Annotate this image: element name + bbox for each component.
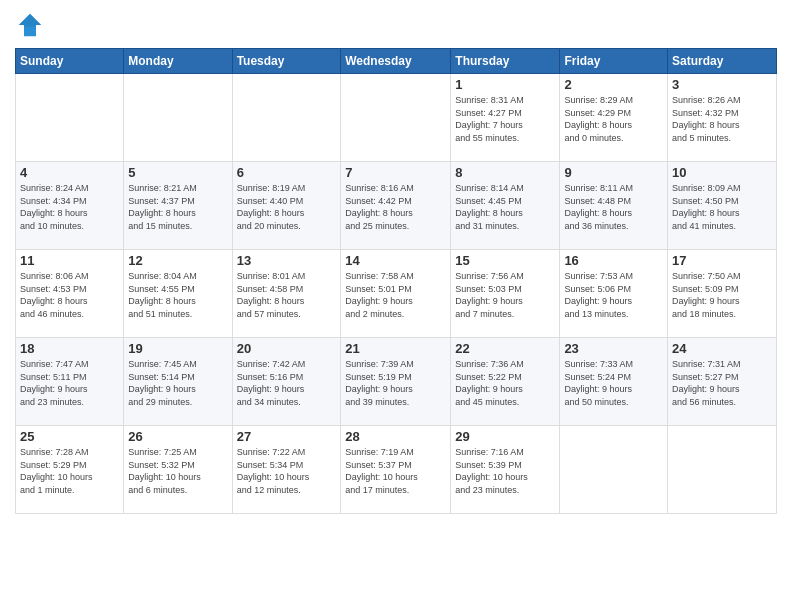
day-number: 15	[455, 253, 555, 268]
day-cell	[341, 74, 451, 162]
day-cell: 9Sunrise: 8:11 AM Sunset: 4:48 PM Daylig…	[560, 162, 668, 250]
weekday-header-tuesday: Tuesday	[232, 49, 341, 74]
day-info: Sunrise: 7:42 AM Sunset: 5:16 PM Dayligh…	[237, 358, 337, 408]
day-cell: 14Sunrise: 7:58 AM Sunset: 5:01 PM Dayli…	[341, 250, 451, 338]
day-number: 10	[672, 165, 772, 180]
day-cell	[232, 74, 341, 162]
day-info: Sunrise: 7:36 AM Sunset: 5:22 PM Dayligh…	[455, 358, 555, 408]
week-row-3: 18Sunrise: 7:47 AM Sunset: 5:11 PM Dayli…	[16, 338, 777, 426]
day-cell: 22Sunrise: 7:36 AM Sunset: 5:22 PM Dayli…	[451, 338, 560, 426]
day-number: 4	[20, 165, 119, 180]
day-cell: 2Sunrise: 8:29 AM Sunset: 4:29 PM Daylig…	[560, 74, 668, 162]
day-cell: 4Sunrise: 8:24 AM Sunset: 4:34 PM Daylig…	[16, 162, 124, 250]
day-cell: 5Sunrise: 8:21 AM Sunset: 4:37 PM Daylig…	[124, 162, 232, 250]
header	[15, 10, 777, 40]
day-info: Sunrise: 7:25 AM Sunset: 5:32 PM Dayligh…	[128, 446, 227, 496]
day-number: 29	[455, 429, 555, 444]
day-cell: 19Sunrise: 7:45 AM Sunset: 5:14 PM Dayli…	[124, 338, 232, 426]
day-info: Sunrise: 8:24 AM Sunset: 4:34 PM Dayligh…	[20, 182, 119, 232]
day-cell: 17Sunrise: 7:50 AM Sunset: 5:09 PM Dayli…	[668, 250, 777, 338]
day-cell: 20Sunrise: 7:42 AM Sunset: 5:16 PM Dayli…	[232, 338, 341, 426]
weekday-header-wednesday: Wednesday	[341, 49, 451, 74]
weekday-header-row: SundayMondayTuesdayWednesdayThursdayFrid…	[16, 49, 777, 74]
logo-icon	[15, 10, 45, 40]
day-cell: 8Sunrise: 8:14 AM Sunset: 4:45 PM Daylig…	[451, 162, 560, 250]
day-cell: 16Sunrise: 7:53 AM Sunset: 5:06 PM Dayli…	[560, 250, 668, 338]
day-info: Sunrise: 8:14 AM Sunset: 4:45 PM Dayligh…	[455, 182, 555, 232]
day-cell: 24Sunrise: 7:31 AM Sunset: 5:27 PM Dayli…	[668, 338, 777, 426]
weekday-header-monday: Monday	[124, 49, 232, 74]
day-info: Sunrise: 7:53 AM Sunset: 5:06 PM Dayligh…	[564, 270, 663, 320]
day-cell: 23Sunrise: 7:33 AM Sunset: 5:24 PM Dayli…	[560, 338, 668, 426]
day-info: Sunrise: 8:06 AM Sunset: 4:53 PM Dayligh…	[20, 270, 119, 320]
day-info: Sunrise: 7:28 AM Sunset: 5:29 PM Dayligh…	[20, 446, 119, 496]
day-number: 14	[345, 253, 446, 268]
day-info: Sunrise: 7:22 AM Sunset: 5:34 PM Dayligh…	[237, 446, 337, 496]
day-info: Sunrise: 7:47 AM Sunset: 5:11 PM Dayligh…	[20, 358, 119, 408]
day-info: Sunrise: 8:01 AM Sunset: 4:58 PM Dayligh…	[237, 270, 337, 320]
day-info: Sunrise: 8:16 AM Sunset: 4:42 PM Dayligh…	[345, 182, 446, 232]
day-info: Sunrise: 8:19 AM Sunset: 4:40 PM Dayligh…	[237, 182, 337, 232]
day-cell	[668, 426, 777, 514]
day-number: 25	[20, 429, 119, 444]
calendar-table: SundayMondayTuesdayWednesdayThursdayFrid…	[15, 48, 777, 514]
day-info: Sunrise: 7:33 AM Sunset: 5:24 PM Dayligh…	[564, 358, 663, 408]
day-number: 5	[128, 165, 227, 180]
day-number: 27	[237, 429, 337, 444]
svg-marker-1	[19, 14, 42, 27]
day-number: 8	[455, 165, 555, 180]
day-number: 23	[564, 341, 663, 356]
week-row-2: 11Sunrise: 8:06 AM Sunset: 4:53 PM Dayli…	[16, 250, 777, 338]
day-cell	[124, 74, 232, 162]
day-number: 17	[672, 253, 772, 268]
day-info: Sunrise: 8:31 AM Sunset: 4:27 PM Dayligh…	[455, 94, 555, 144]
day-number: 28	[345, 429, 446, 444]
day-cell: 7Sunrise: 8:16 AM Sunset: 4:42 PM Daylig…	[341, 162, 451, 250]
day-info: Sunrise: 8:04 AM Sunset: 4:55 PM Dayligh…	[128, 270, 227, 320]
day-info: Sunrise: 7:31 AM Sunset: 5:27 PM Dayligh…	[672, 358, 772, 408]
day-number: 6	[237, 165, 337, 180]
day-info: Sunrise: 7:56 AM Sunset: 5:03 PM Dayligh…	[455, 270, 555, 320]
day-cell: 25Sunrise: 7:28 AM Sunset: 5:29 PM Dayli…	[16, 426, 124, 514]
day-number: 21	[345, 341, 446, 356]
day-number: 26	[128, 429, 227, 444]
day-cell: 12Sunrise: 8:04 AM Sunset: 4:55 PM Dayli…	[124, 250, 232, 338]
day-cell: 3Sunrise: 8:26 AM Sunset: 4:32 PM Daylig…	[668, 74, 777, 162]
day-number: 12	[128, 253, 227, 268]
day-number: 18	[20, 341, 119, 356]
weekday-header-saturday: Saturday	[668, 49, 777, 74]
main-container: SundayMondayTuesdayWednesdayThursdayFrid…	[0, 0, 792, 612]
day-info: Sunrise: 8:26 AM Sunset: 4:32 PM Dayligh…	[672, 94, 772, 144]
day-info: Sunrise: 8:21 AM Sunset: 4:37 PM Dayligh…	[128, 182, 227, 232]
day-cell	[560, 426, 668, 514]
day-info: Sunrise: 8:09 AM Sunset: 4:50 PM Dayligh…	[672, 182, 772, 232]
day-info: Sunrise: 7:39 AM Sunset: 5:19 PM Dayligh…	[345, 358, 446, 408]
day-cell: 6Sunrise: 8:19 AM Sunset: 4:40 PM Daylig…	[232, 162, 341, 250]
weekday-header-thursday: Thursday	[451, 49, 560, 74]
day-cell	[16, 74, 124, 162]
day-number: 22	[455, 341, 555, 356]
day-cell: 28Sunrise: 7:19 AM Sunset: 5:37 PM Dayli…	[341, 426, 451, 514]
day-cell: 15Sunrise: 7:56 AM Sunset: 5:03 PM Dayli…	[451, 250, 560, 338]
day-cell: 1Sunrise: 8:31 AM Sunset: 4:27 PM Daylig…	[451, 74, 560, 162]
weekday-header-friday: Friday	[560, 49, 668, 74]
day-number: 7	[345, 165, 446, 180]
day-number: 24	[672, 341, 772, 356]
week-row-4: 25Sunrise: 7:28 AM Sunset: 5:29 PM Dayli…	[16, 426, 777, 514]
weekday-header-sunday: Sunday	[16, 49, 124, 74]
day-cell: 26Sunrise: 7:25 AM Sunset: 5:32 PM Dayli…	[124, 426, 232, 514]
day-number: 13	[237, 253, 337, 268]
day-info: Sunrise: 7:50 AM Sunset: 5:09 PM Dayligh…	[672, 270, 772, 320]
day-cell: 21Sunrise: 7:39 AM Sunset: 5:19 PM Dayli…	[341, 338, 451, 426]
day-info: Sunrise: 7:19 AM Sunset: 5:37 PM Dayligh…	[345, 446, 446, 496]
day-number: 11	[20, 253, 119, 268]
day-cell: 13Sunrise: 8:01 AM Sunset: 4:58 PM Dayli…	[232, 250, 341, 338]
day-number: 19	[128, 341, 227, 356]
day-number: 1	[455, 77, 555, 92]
logo	[15, 10, 49, 40]
day-info: Sunrise: 8:11 AM Sunset: 4:48 PM Dayligh…	[564, 182, 663, 232]
day-info: Sunrise: 8:29 AM Sunset: 4:29 PM Dayligh…	[564, 94, 663, 144]
day-number: 20	[237, 341, 337, 356]
day-info: Sunrise: 7:16 AM Sunset: 5:39 PM Dayligh…	[455, 446, 555, 496]
day-info: Sunrise: 7:58 AM Sunset: 5:01 PM Dayligh…	[345, 270, 446, 320]
